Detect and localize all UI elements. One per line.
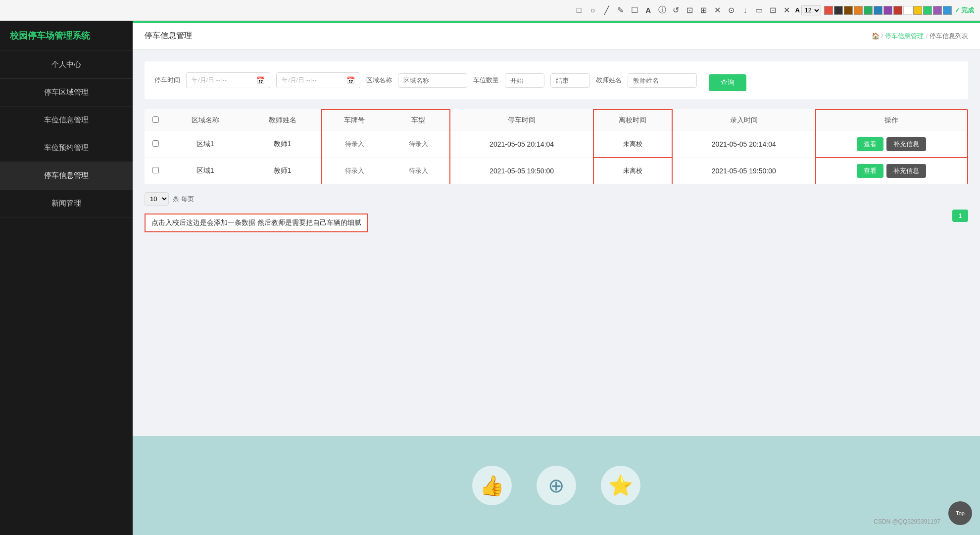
color-white[interactable] [903, 6, 912, 15]
page-1-button[interactable]: 1 [952, 210, 968, 222]
td-leave-time-1: 未离校 [593, 131, 672, 158]
per-page-select[interactable]: 10 20 50 [145, 192, 169, 206]
color-black[interactable] [834, 6, 843, 15]
td-cartype-1: 待录入 [387, 131, 450, 158]
toolbar-download-icon[interactable]: ↓ [740, 5, 751, 16]
th-cartype: 车型 [387, 109, 450, 131]
share-icon[interactable]: ⊕ [537, 466, 576, 505]
toolbar-undo-icon[interactable]: ↺ [671, 5, 682, 16]
color-darkred[interactable] [893, 6, 902, 15]
color-blue[interactable] [874, 6, 882, 15]
breadcrumb: 🏠 / 停车信息管理 / 停车信息列表 [872, 32, 968, 41]
breadcrumb-home-icon[interactable]: 🏠 [872, 32, 880, 40]
sidebar-item-parkinfo[interactable]: 停车信息管理 [0, 162, 133, 190]
main-layout: 校园停车场管理系统 个人中心 停车区域管理 车位信息管理 车位预约管理 停车信息… [0, 21, 980, 535]
page-title: 停车信息管理 [145, 31, 192, 41]
toolbar-frame-icon[interactable]: ▭ [754, 5, 765, 16]
toolbar-copy-icon[interactable]: ⊡ [685, 5, 695, 16]
supplement-button-2[interactable]: 补充信息 [886, 164, 926, 178]
color-green[interactable] [864, 6, 873, 15]
date-input-end[interactable]: 年/月/日 --:-- 📅 [276, 72, 360, 88]
sidebar-item-parkzone[interactable]: 停车区域管理 [0, 79, 133, 107]
color-brown[interactable] [844, 6, 853, 15]
thumbsup-icon[interactable]: 👍 [472, 466, 512, 505]
toolbar-target-icon[interactable]: ⊙ [726, 5, 737, 16]
row2-checkbox[interactable] [152, 167, 159, 173]
toolbar-box-icon[interactable]: ☐ [629, 5, 640, 16]
th-action: 操作 [816, 109, 968, 131]
view-button-1[interactable]: 查看 [857, 137, 883, 151]
toolbar-bookmark-icon[interactable]: ⊡ [768, 5, 779, 16]
sidebar-item-label: 个人中心 [51, 60, 81, 68]
color-yellow[interactable] [913, 6, 922, 15]
toolbar-text-size-group: A 12 14 16 18 [795, 5, 821, 15]
th-checkbox [145, 109, 167, 131]
page-header: 停车信息管理 🏠 / 停车信息管理 / 停车信息列表 [133, 23, 980, 50]
area-input[interactable] [398, 73, 467, 88]
table-row: 区域1 教师1 待录入 待录入 2021-05-05 19:50:00 未离校 … [145, 158, 968, 184]
td-cartype-2: 待录入 [387, 158, 450, 184]
sidebar-item-news[interactable]: 新闻管理 [0, 190, 133, 217]
toolbar-close-icon[interactable]: ✕ [782, 5, 792, 16]
font-size-select[interactable]: 12 14 16 18 [801, 5, 821, 15]
toolbar-circle-icon[interactable]: ○ [588, 5, 598, 16]
toolbar-cursor-icon[interactable]: ✕ [712, 5, 723, 16]
color-purple[interactable] [883, 6, 892, 15]
toolbar-rect-icon[interactable]: □ [574, 5, 585, 16]
toolbar-pen-icon[interactable]: ✎ [615, 5, 626, 16]
td-parking-time-2: 2021-05-05 19:50:00 [450, 158, 593, 184]
bottom-icons-wrapper: 👍 ⊕ ⭐ [442, 456, 670, 515]
td-plate-1: 待录入 [322, 131, 387, 158]
action-group-2: 查看 补充信息 [824, 164, 959, 178]
view-button-2[interactable]: 查看 [857, 164, 883, 178]
per-page-label: 条 每页 [173, 195, 194, 204]
annotation-box: 点击入校后这边是会添加一条数据 然后教师是需要把自己车辆的细腻 [145, 214, 368, 232]
csdn-watermark: CSDN @QQ3295391197 [874, 518, 940, 525]
sidebar-item-spotinfo[interactable]: 车位信息管理 [0, 107, 133, 134]
teacher-input[interactable] [628, 73, 697, 88]
breadcrumb-parkinfo-link[interactable]: 停车信息管理 [885, 32, 924, 41]
watermark-text: CSDN @QQ3295391197 [874, 518, 940, 525]
td-area-1: 区域1 [167, 131, 244, 158]
toolbar-info-icon[interactable]: ⓘ [657, 5, 668, 16]
color-lime[interactable] [923, 6, 932, 15]
select-all-checkbox[interactable] [152, 116, 159, 123]
sidebar-header: 校园停车场管理系统 [0, 21, 133, 51]
spots-start-input[interactable] [505, 73, 544, 88]
main-content: 停车时间 年/月/日 --:-- 📅 年/月/日 --:-- 📅 区域名称 车位… [133, 50, 980, 436]
color-violet[interactable] [933, 6, 942, 15]
query-button[interactable]: 查询 [709, 74, 746, 91]
color-orange[interactable] [854, 6, 863, 15]
scroll-top-button[interactable]: Top [948, 501, 972, 525]
top-toolbar: □ ○ ╱ ✎ ☐ A ⓘ ↺ ⊡ ⊞ ✕ ⊙ ↓ ▭ ⊡ ✕ A 12 14 … [0, 0, 980, 21]
date-end-placeholder: 年/月/日 --:-- [282, 76, 317, 85]
star-icon[interactable]: ⭐ [601, 466, 640, 505]
supplement-button-1[interactable]: 补充信息 [886, 137, 926, 151]
td-teacher-2: 教师1 [244, 158, 321, 184]
toolbar-text-icon[interactable]: A [643, 5, 654, 16]
sidebar-item-label: 新闻管理 [51, 199, 81, 207]
toolbar-line-icon[interactable]: ╱ [601, 5, 612, 16]
th-plate: 车牌号 [322, 109, 387, 131]
td-record-time-1: 2021-05-05 20:14:04 [672, 131, 816, 158]
table-row: 区域1 教师1 待录入 待录入 2021-05-05 20:14:04 未离校 … [145, 131, 968, 158]
th-area: 区域名称 [167, 109, 244, 131]
breadcrumb-sep1: / [882, 32, 883, 40]
td-record-time-2: 2021-05-05 19:50:00 [672, 158, 816, 184]
sidebar-item-reservation[interactable]: 车位预约管理 [0, 134, 133, 162]
content-area: 停车信息管理 🏠 / 停车信息管理 / 停车信息列表 停车时间 年/月/日 --… [133, 21, 980, 535]
sidebar-item-personal[interactable]: 个人中心 [0, 51, 133, 79]
color-red[interactable] [824, 6, 833, 15]
calendar-icon-start: 📅 [256, 76, 265, 84]
td-action-1: 查看 补充信息 [816, 131, 968, 158]
spots-end-input[interactable] [550, 73, 590, 88]
scroll-top-label: Top [956, 510, 965, 516]
area-label: 区域名称 [366, 76, 392, 85]
td-action-2: 查看 补充信息 [816, 158, 968, 184]
row1-checkbox[interactable] [152, 140, 159, 147]
th-record-time: 录入时间 [672, 109, 816, 131]
toolbar-done[interactable]: ✓ 完成 [955, 6, 974, 15]
date-input-start[interactable]: 年/月/日 --:-- 📅 [186, 72, 270, 88]
toolbar-grid-icon[interactable]: ⊞ [698, 5, 709, 16]
color-skyblue[interactable] [943, 6, 952, 15]
